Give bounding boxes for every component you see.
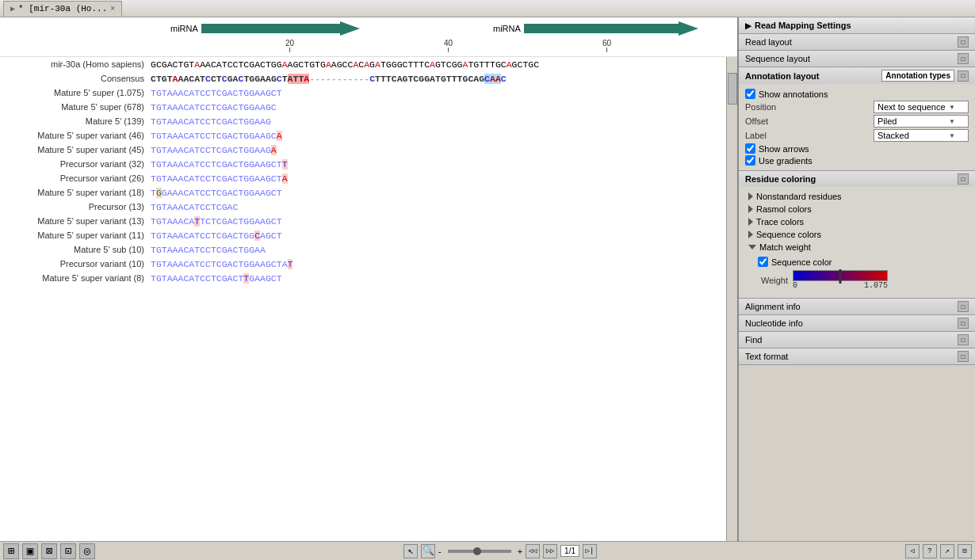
read-layout-header[interactable]: Read layout □: [739, 34, 975, 50]
expand-btn[interactable]: ↗: [940, 544, 954, 558]
nav-end-btn[interactable]: ▷|: [583, 544, 597, 558]
label-dropdown[interactable]: Stacked ▼: [874, 129, 969, 142]
read-label-r13: Precursor variant (10): [0, 259, 151, 269]
text-format-expand[interactable]: □: [958, 351, 969, 362]
seq-outer: mir-30a (Homo sapiens) GCGACTGTAAACATCCT…: [0, 57, 737, 541]
show-annotations-checkbox[interactable]: [745, 89, 755, 99]
toolbar-icon-1[interactable]: ⊞: [3, 543, 19, 559]
sequence-layout-expand[interactable]: □: [958, 53, 969, 64]
sequence-layout-header[interactable]: Sequence layout □: [739, 51, 975, 67]
read-seq-r14: TGTAAACATCCTCGACTTGAAGCT: [151, 273, 282, 284]
read-row-r2: Mature 5' super (678) TGTAAACATCCTCGACTG…: [0, 100, 725, 114]
position-label: Position: [745, 102, 776, 112]
read-row-r12: Mature 5' sub (10) TGTAAACATCCTCGACTGGAA: [0, 242, 725, 257]
zoom-slider[interactable]: [448, 550, 511, 553]
offset-label: Offset: [745, 116, 768, 126]
toolbar-icon-4[interactable]: ⊡: [60, 543, 76, 559]
nucleotide-info-header[interactable]: Nucleotide info □: [739, 315, 975, 331]
window-btn[interactable]: ⊡: [958, 544, 972, 558]
read-seq-r9: TGTAAACATCCTCGAC: [151, 202, 238, 212]
zoom-slider-thumb[interactable]: [473, 547, 481, 555]
match-weight-item: Match weight Sequence color Weight: [745, 241, 969, 295]
read-label-r5: Mature 5' super variant (45): [0, 145, 151, 154]
read-row-r6: Precursor variant (32) TGTAAACATCCTCGACT…: [0, 157, 725, 171]
alignment-info-header[interactable]: Alignment info □: [739, 299, 975, 314]
nav-prev-btn[interactable]: ◁◁: [526, 544, 540, 558]
read-seq-r13: TGTAAACATCCTCGACTGGAAGCTAT: [151, 259, 292, 269]
read-label-r11: Mature 5' super variant (11): [0, 230, 151, 240]
text-format-label: Text format: [745, 352, 788, 361]
read-seq-r3: TGTAAACATCCTCGACTGGAAG: [151, 116, 271, 127]
show-annotations-label: Show annotations: [759, 90, 828, 99]
vertical-scrollbar[interactable]: [726, 57, 737, 541]
nonstandard-residues-label: Nonstandard residues: [756, 192, 842, 201]
position-row: Position Next to sequence ▼: [745, 101, 969, 113]
read-layout-expand[interactable]: □: [958, 36, 969, 48]
show-arrows-label: Show arrows: [759, 144, 809, 154]
toolbar-icon-3[interactable]: ⊠: [41, 543, 57, 559]
zoom-minus: -: [438, 547, 442, 556]
annotation-layout-header[interactable]: Annotation layout Annotation types □: [739, 67, 975, 84]
alignment-info-expand[interactable]: □: [958, 301, 969, 312]
match-weight-header[interactable]: Match weight: [745, 241, 969, 253]
use-gradients-checkbox[interactable]: [745, 155, 755, 166]
sequence-colors-expand-icon: [748, 230, 753, 238]
read-label-r2: Mature 5' super (678): [0, 102, 151, 112]
toolbar-icon-2[interactable]: ▣: [22, 543, 38, 559]
residue-coloring-label: Residue coloring: [745, 174, 816, 184]
text-format-header[interactable]: Text format □: [739, 349, 975, 364]
residue-coloring-section: Residue coloring □ Nonstandard residues …: [739, 171, 975, 299]
cursor-tool[interactable]: ↖: [403, 544, 418, 558]
sequence-colors-item[interactable]: Sequence colors: [745, 228, 969, 241]
read-seq-r11: TGTAAACATCCTCGACTGGCAGCT: [151, 230, 282, 241]
read-label-r6: Precursor variant (32): [0, 159, 151, 169]
show-arrows-checkbox[interactable]: [745, 143, 755, 154]
show-arrows-row: Show arrows: [745, 143, 969, 154]
find-header[interactable]: Find □: [739, 332, 975, 348]
position-dropdown[interactable]: Next to sequence ▼: [874, 101, 969, 113]
sequence-layout-section: Sequence layout □: [739, 51, 975, 67]
title-bar: ▶ * [mir-30a (Ho... ×: [0, 0, 975, 17]
weight-thumb[interactable]: [839, 269, 842, 284]
annotation-layout-expand[interactable]: □: [958, 70, 969, 82]
nav-next-btn[interactable]: ▷▷: [543, 544, 557, 558]
toolbar-icon-5[interactable]: ◎: [79, 543, 95, 559]
position-dropdown-arrow: ▼: [949, 104, 955, 111]
read-layout-label: Read layout: [745, 37, 792, 47]
use-gradients-label: Use gradients: [759, 156, 812, 166]
residue-coloring-header[interactable]: Residue coloring □: [739, 171, 975, 187]
read-row-r7: Precursor variant (26) TGTAAACATCCTCGACT…: [0, 171, 725, 185]
seq-inner[interactable]: mir-30a (Homo sapiens) GCGACTGTAAACATCCT…: [0, 57, 725, 541]
nucleotide-info-expand[interactable]: □: [958, 318, 969, 329]
residue-coloring-expand[interactable]: □: [958, 173, 969, 185]
weight-gradient[interactable]: [793, 270, 888, 281]
read-label-r10: Mature 5' super variant (13): [0, 216, 151, 226]
panel-header-title: Read Mapping Settings: [755, 21, 851, 30]
offset-dropdown[interactable]: Piled ▼: [874, 115, 969, 128]
panel-header: ▶ Read Mapping Settings: [739, 17, 975, 34]
read-row-r1: Mature 5' super (1.075) TGTAAACATCCTCGAC…: [0, 86, 725, 100]
position-value: Next to sequence: [878, 102, 946, 112]
help-btn[interactable]: ?: [923, 544, 937, 558]
nonstandard-residues-item[interactable]: Nonstandard residues: [745, 190, 969, 203]
residue-coloring-content: Nonstandard residues Rasmol colors Trace…: [739, 187, 975, 298]
nucleotide-info-label: Nucleotide info: [745, 318, 803, 328]
sequence-color-checkbox[interactable]: [758, 257, 768, 267]
sequence-color-row: Sequence color: [758, 257, 965, 267]
annotation-types-tab[interactable]: Annotation types: [881, 70, 954, 82]
tab-close[interactable]: ×: [110, 5, 115, 13]
trace-colors-item[interactable]: Trace colors: [745, 215, 969, 228]
scroll-thumb[interactable]: [728, 73, 737, 105]
zoom-in-btn[interactable]: 🔍: [421, 544, 435, 558]
find-expand[interactable]: □: [958, 334, 969, 345]
rasmol-colors-item[interactable]: Rasmol colors: [745, 203, 969, 215]
mirna-arrow-2: miRNA: [493, 21, 698, 36]
settings-btn-right[interactable]: ◁: [905, 544, 920, 558]
read-row-r10: Mature 5' super variant (13) TGTAAACATTC…: [0, 214, 725, 228]
read-label-r7: Precursor variant (26): [0, 173, 151, 183]
svg-marker-1: [524, 21, 698, 36]
read-seq-r4: TGTAAACATCCTCGACTGGAAGCA: [151, 131, 282, 141]
tab-mir30a[interactable]: ▶ * [mir-30a (Ho... ×: [3, 1, 122, 17]
sequence-color-label: Sequence color: [771, 257, 832, 267]
arrow-svg-1: [201, 21, 360, 36]
